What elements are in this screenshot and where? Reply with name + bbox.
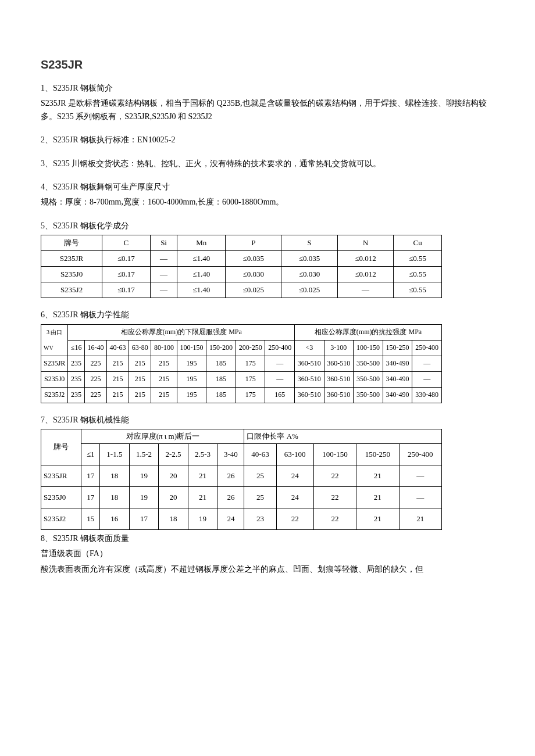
cell: ≤0.030 [226,267,281,282]
col-header: N [337,235,393,251]
cell: 215 [107,356,129,371]
col-header: ≤16 [68,340,84,356]
cell: ≤0.55 [394,251,442,267]
cell: 235 [68,371,84,387]
col-header: 口限伸长率 A% [244,429,442,443]
col-header: 100-150 [313,443,356,465]
cell: 360-510 [295,371,324,387]
cell: 21 [356,508,399,529]
table-row: ≤1 1-1.5 1.5-2 2-2.5 2.5-3 3-40 40-63 63… [41,443,442,465]
cell: 215 [151,371,177,387]
cell: S235J0 [41,267,102,282]
cell: ≤1.40 [177,282,226,298]
col-header: 63-80 [129,340,151,356]
cell: 3 由口 [41,324,68,340]
cell: 330-480 [412,387,442,403]
cell: 26 [217,486,244,508]
cell: 195 [177,356,206,371]
cell: 235 [68,356,84,371]
section-6-label: 6、S235JR 钢板力学性能 [41,309,494,321]
cell: ≤0.025 [226,282,281,298]
cell: S235JR [41,465,81,486]
cell: 21 [188,486,217,508]
cell: 215 [107,371,129,387]
cell: S235J0 [41,486,81,508]
cell: ≤0.55 [394,267,442,282]
cell: 20 [159,486,188,508]
table-row: S235J2 ≤0.17 — ≤1.40 ≤0.025 ≤0.025 — ≤0.… [41,282,442,298]
cell: ≤0.025 [281,282,337,298]
cell: 21 [188,465,217,486]
table-row: S235JR 17 18 19 20 21 26 25 24 22 21 — [41,465,442,486]
cell: 24 [276,465,313,486]
cell: 165 [265,387,295,403]
col-header: C [102,235,151,251]
chemical-composition-table: 牌号 C Si Mn P S N Cu S235JR ≤0.17 — ≤1.40… [41,235,442,298]
cell: 350-500 [354,356,383,371]
cell: S235J2 [41,508,81,529]
cell: 350-500 [354,371,383,387]
cell: 20 [159,465,188,486]
cell: 19 [188,508,217,529]
table-row: 牌号 对应厚度(π ι m)断后一 口限伸长率 A% [41,429,442,443]
cell: 17 [129,508,159,529]
cell: ≤0.030 [281,267,337,282]
col-header: 150-250 [356,443,399,465]
cell: ≤0.17 [102,267,151,282]
cell: 225 [84,356,106,371]
col-header: 3-40 [217,443,244,465]
table-row: S235J0 235 225 215 215 215 195 185 175 —… [41,371,442,387]
cell: 215 [129,356,151,371]
cell: 175 [236,356,265,371]
cell: ≤0.012 [337,267,393,282]
cell: 360-510 [295,387,324,403]
cell: — [150,267,177,282]
cell: 18 [159,508,188,529]
col-header: 3-100 [324,340,354,356]
col-header: 100-150 [177,340,206,356]
section-5-label: 5、S235JR 钢板化学成分 [41,220,494,232]
table-row: S235JR ≤0.17 — ≤1.40 ≤0.035 ≤0.035 ≤0.01… [41,251,442,267]
cell: 225 [84,371,106,387]
col-header: 16-40 [84,340,106,356]
cell: 17 [81,486,100,508]
cell: 215 [151,387,177,403]
cell: 17 [81,465,100,486]
document-page: S235JR 1、S235JR 钢板简介 S235JR 是欧标普通碳素结构钢板，… [0,0,535,613]
cell: 340-490 [383,387,412,403]
cell: ≤0.55 [394,282,442,298]
mechanical-strength-table: 3 由口 相应公称厚度(mm)的下限屈服强度 MPa 相应公称厚度(mm)的抗拉… [41,324,442,403]
cell: ≤0.035 [281,251,337,267]
cell: 26 [217,465,244,486]
col-header: Si [150,235,177,251]
section-4-label: 4、S235JR 钢板舞钢可生产厚度尺寸 [41,181,494,194]
cell: 25 [244,465,276,486]
col-header: 200-250 [236,340,265,356]
col-header: P [226,235,281,251]
cell: 22 [276,508,313,529]
cell: 18 [100,465,130,486]
col-header: 40-63 [244,443,276,465]
cell: ≤0.035 [226,251,281,267]
cell: — [150,282,177,298]
cell: 16 [100,508,130,529]
col-header: Cu [394,235,442,251]
col-header: S [281,235,337,251]
cell: 22 [313,486,356,508]
page-title: S235JR [41,58,494,71]
section-8-label: 8、S235JR 钢板表面质量 [41,532,494,545]
cell: 350-500 [354,387,383,403]
col-header: 40-63 [107,340,129,356]
cell: 215 [107,387,129,403]
col-header: 250-400 [412,340,442,356]
cell: 340-490 [383,356,412,371]
table-row: WV ≤16 16-40 40-63 63-80 80-100 100-150 … [41,340,442,356]
col-header: 对应厚度(π ι m)断后一 [81,429,244,443]
cell: 21 [399,508,441,529]
cell: 185 [206,387,236,403]
cell: — [150,251,177,267]
table-row: S235J0 17 18 19 20 21 26 25 24 22 21 — [41,486,442,508]
col-header: 2.5-3 [188,443,217,465]
cell: 225 [84,387,106,403]
cell: — [412,371,442,387]
